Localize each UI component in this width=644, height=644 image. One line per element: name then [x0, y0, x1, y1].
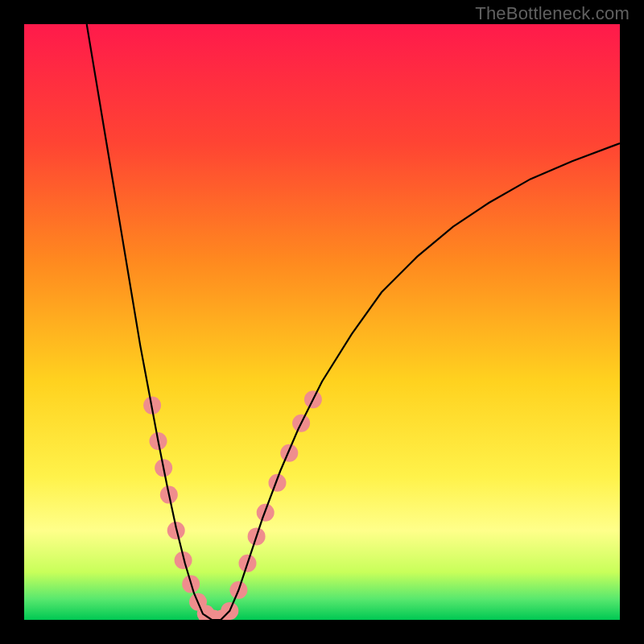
watermark-text: TheBottleneck.com	[475, 3, 630, 24]
plot-background	[24, 24, 620, 620]
chart-frame: TheBottleneck.com	[0, 0, 644, 644]
bottleneck-chart	[0, 0, 644, 644]
curve-marker	[280, 444, 298, 462]
